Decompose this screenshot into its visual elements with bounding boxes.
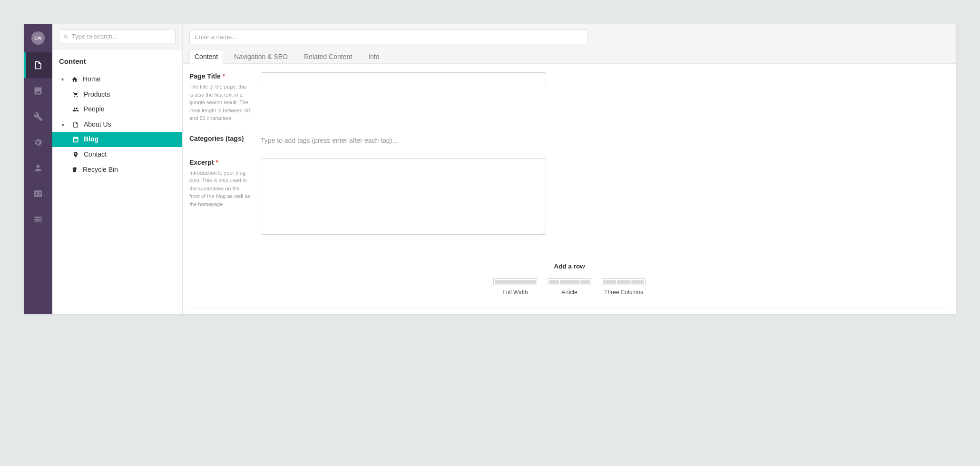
trash-icon [70,166,79,173]
chevron-right-icon[interactable]: ▸ [59,121,68,128]
tree-item-label: Blog [84,135,177,144]
tree-item-label: Contact [84,150,177,159]
map-pin-icon [71,151,80,158]
tree-root: ▾ Home Products People [52,72,182,177]
tree-item-people[interactable]: People [52,102,182,117]
tree-item-blog[interactable]: Blog [52,132,182,147]
field-help: Introduction to your blog post. This is … [189,169,251,208]
page-icon [71,121,80,128]
editor-header: Content Navigation & SEO Related Content… [183,24,956,64]
layout-preview-icon [602,278,646,285]
tree-item-products[interactable]: Products [52,87,182,102]
gear-icon [33,138,43,147]
nav-settings-wrench[interactable] [24,104,52,129]
layout-full-width[interactable]: Full Width [493,278,537,296]
content-tree-panel: Content ▾ Home Products [52,24,183,314]
home-icon [70,76,79,83]
field-help: The title of the page, this is also the … [189,83,251,122]
tree-item-recycle-bin[interactable]: Recycle Bin [52,162,182,178]
add-row-title: Add a row [189,263,950,270]
user-avatar[interactable]: EW [31,31,45,45]
people-icon [71,106,80,113]
search-input[interactable] [72,33,171,40]
nav-forms[interactable] [24,207,52,232]
app-window: EW Content [24,24,956,314]
row-layouts: Full Width Article Three Columns [189,278,950,296]
layout-preview-icon [548,278,591,285]
field-label: Page Title * [189,72,225,80]
categories-input[interactable] [261,135,950,146]
user-icon [33,163,43,173]
tree-item-label: Products [84,90,177,99]
divider [189,308,950,308]
node-name-input[interactable] [189,30,588,44]
tabs: Content Navigation & SEO Related Content… [189,49,950,63]
field-categories: Categories (tags) [189,135,950,146]
layout-three-columns[interactable]: Three Columns [602,278,646,296]
excerpt-textarea[interactable] [261,159,546,235]
tree-item-label: Recycle Bin [83,165,177,175]
search-box[interactable] [59,30,176,43]
required-marker: * [216,159,218,166]
chevron-down-icon[interactable]: ▾ [58,76,67,83]
tree-item-label: People [84,105,177,114]
nav-content[interactable] [24,52,52,78]
layout-name: Article [548,289,591,296]
field-page-title: Page Title * The title of the page, this… [189,72,950,122]
tree-item-about[interactable]: ▸ About Us [52,117,182,132]
layout-name: Three Columns [602,289,646,296]
required-marker: * [223,72,225,80]
calendar-icon [71,136,80,143]
tree-item-label: About Us [84,120,177,129]
tree-item-contact[interactable]: Contact [52,147,182,162]
tab-content[interactable]: Content [189,50,223,64]
search-icon [63,34,69,40]
nav-members[interactable] [24,181,52,207]
field-label: Categories (tags) [189,135,244,142]
cart-icon [71,91,80,98]
image-icon [33,86,43,96]
nav-settings-gear[interactable] [24,129,52,155]
form-area: Page Title * The title of the page, this… [183,64,956,314]
editor-panel: Content Navigation & SEO Related Content… [183,24,956,314]
tab-info[interactable]: Info [363,50,384,64]
tab-related-content[interactable]: Related Content [299,50,357,64]
layout-article[interactable]: Article [548,278,591,296]
form-icon [33,215,43,224]
avatar-wrap: EW [24,24,52,52]
tree-header [52,24,182,50]
tab-navigation-seo[interactable]: Navigation & SEO [229,50,293,64]
add-row-section: Add a row Full Width Article Three Colum… [189,248,950,315]
tree-section-title: Content [52,50,182,72]
nav-media[interactable] [24,78,52,104]
layout-preview-icon [493,278,537,285]
layout-name: Full Width [493,289,537,296]
wrench-icon [33,112,43,121]
nav-sidebar: EW [24,24,52,314]
field-label: Excerpt * [189,159,218,166]
tree-item-label: Home [83,75,177,84]
tree-item-home[interactable]: ▾ Home [52,72,182,87]
document-icon [33,60,43,70]
nav-users[interactable] [24,155,52,181]
id-card-icon [33,189,43,198]
page-title-input[interactable] [261,72,546,85]
field-excerpt: Excerpt * Introduction to your blog post… [189,159,950,236]
